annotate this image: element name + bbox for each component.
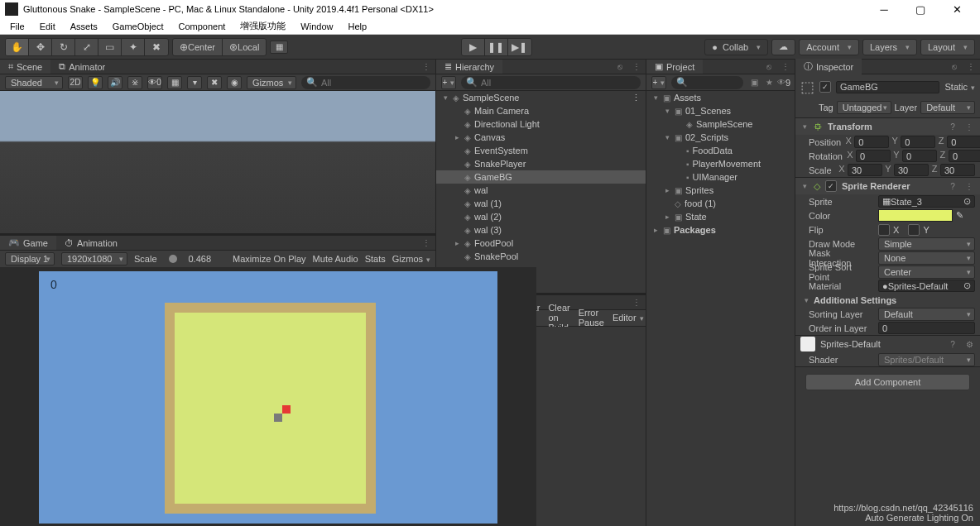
toggle-vis[interactable]: 👁0 <box>147 76 162 89</box>
project-item[interactable]: ▸▣Sprites <box>646 184 795 197</box>
active-checkbox[interactable]: ✓ <box>819 81 831 93</box>
center-toggle[interactable]: ⊕ Center <box>173 39 223 55</box>
tab-project[interactable]: ▣Project <box>646 60 703 74</box>
project-item[interactable]: ▸▣Packages <box>646 223 795 237</box>
favorite-icon[interactable]: ★ <box>763 78 775 87</box>
shader-dropdown[interactable]: Sprites/Default <box>878 353 975 366</box>
rot-z[interactable]: 0 <box>949 150 980 162</box>
stats-toggle[interactable]: Stats <box>365 254 386 264</box>
layers-dropdown[interactable]: Layers <box>862 39 917 55</box>
collab-button[interactable]: ● Collab <box>704 39 768 55</box>
menu-help[interactable]: Help <box>341 20 373 33</box>
object-name-field[interactable]: GameBG <box>836 81 939 93</box>
gear-icon[interactable]: ⚙ <box>963 340 975 349</box>
drawmode-dropdown[interactable]: Simple <box>878 237 975 251</box>
fold-icon[interactable]: ▾ <box>800 122 809 131</box>
toggle-tools[interactable]: ✖ <box>207 76 222 89</box>
mute-audio[interactable]: Mute Audio <box>313 254 358 264</box>
hierarchy-tree[interactable]: ▾◈SampleScene⋮◈Main Camera◈Directional L… <box>436 91 646 293</box>
menu-component[interactable]: Component <box>171 20 232 33</box>
menu-window[interactable]: Window <box>294 20 339 33</box>
account-dropdown[interactable]: Account <box>799 39 859 55</box>
project-item[interactable]: ▪FoodData <box>646 144 795 157</box>
display-dropdown[interactable]: Display 1 <box>5 252 55 265</box>
toggle-gizmo[interactable]: ◉ <box>227 76 242 89</box>
enable-checkbox[interactable]: ✓ <box>825 180 837 192</box>
mask-dropdown[interactable]: None <box>878 251 975 265</box>
toggle-cam[interactable]: ▾ <box>187 76 202 89</box>
menu-icon[interactable]: ⋮ <box>963 122 975 132</box>
rot-y[interactable]: 0 <box>902 150 937 162</box>
hierarchy-item[interactable]: ▸◈Canvas <box>436 131 646 144</box>
play-button[interactable]: ▶ <box>462 39 485 55</box>
tab-inspector[interactable]: ⓘInspector <box>795 59 862 74</box>
project-item[interactable]: ◈SampleScene <box>646 117 795 131</box>
hierarchy-item[interactable]: ▸◈FoodPool <box>436 237 646 250</box>
scl-x[interactable]: 30 <box>848 164 882 176</box>
project-tree[interactable]: ▾▣Assets▾▣01_Scenes◈SampleScene▾▣02_Scri… <box>646 91 795 526</box>
hierarchy-item[interactable]: ◈EventSystem <box>436 144 646 157</box>
help-icon[interactable]: ? <box>947 122 958 132</box>
hierarchy-item[interactable]: ◈SnakePool <box>436 250 646 263</box>
pane-menu-icon[interactable]: ⋮ <box>420 238 432 247</box>
snap-button[interactable]: ▦ <box>270 41 288 54</box>
res-dropdown[interactable]: 1920x1080 <box>61 252 127 265</box>
create-dropdown[interactable]: + <box>651 76 666 89</box>
lock-icon[interactable]: ⎋ <box>763 62 775 71</box>
project-item[interactable]: ▪PlayerMovement <box>646 157 795 170</box>
minimize-button[interactable]: ─ <box>866 0 902 18</box>
tab-animator[interactable]: ⧉Animator <box>50 60 113 74</box>
pane-menu-icon[interactable]: ⋮ <box>965 62 977 71</box>
create-dropdown[interactable]: + <box>441 76 456 89</box>
hierarchy-item[interactable]: ▾◈SampleScene⋮ <box>436 91 646 104</box>
menu-gameobject[interactable]: GameObject <box>106 20 171 33</box>
move-tool[interactable]: ✥ <box>29 39 52 55</box>
scale-tool[interactable]: ⤢ <box>75 39 98 55</box>
hierarchy-item[interactable]: ◈wal (2) <box>436 210 646 223</box>
scene-viewport[interactable] <box>0 91 435 233</box>
maximize-on-play[interactable]: Maximize On Play <box>233 254 306 264</box>
custom-tool[interactable]: ✖ <box>145 39 168 55</box>
menu-assets[interactable]: Assets <box>64 20 104 33</box>
layer-dropdown[interactable]: Default <box>920 101 975 114</box>
toggle-light[interactable]: 💡 <box>88 76 103 89</box>
sortpt-dropdown[interactable]: Center <box>878 265 975 279</box>
object-icon[interactable]: ⬚ <box>800 78 814 96</box>
menu-file[interactable]: File <box>3 20 31 33</box>
project-search[interactable]: 🔍 <box>671 76 743 89</box>
transform-tool[interactable]: ✦ <box>122 39 145 55</box>
gizmos-toggle[interactable]: Gizmos <box>392 254 430 264</box>
project-item[interactable]: ▪UIManager <box>646 170 795 184</box>
console-error-pause[interactable]: Error Pause <box>575 308 608 328</box>
tab-hierarchy[interactable]: ≣Hierarchy <box>436 60 502 74</box>
project-item[interactable]: ▾▣01_Scenes <box>646 104 795 117</box>
project-item[interactable]: ▸▣State <box>646 210 795 223</box>
hidden-icon[interactable]: 👁9 <box>778 78 790 88</box>
project-item[interactable]: ▾▣Assets <box>646 91 795 104</box>
project-item[interactable]: ▾▣02_Scripts <box>646 131 795 144</box>
orderlayer-field[interactable]: 0 <box>878 322 975 334</box>
pos-z[interactable]: 0 <box>947 136 980 148</box>
game-viewport[interactable]: 0 <box>0 267 536 526</box>
layout-dropdown[interactable]: Layout <box>920 39 975 55</box>
menu-icon[interactable]: ⋮ <box>963 182 975 191</box>
pane-menu-icon[interactable]: ⋮ <box>420 62 432 71</box>
tab-animation[interactable]: ⏱Animation <box>56 237 126 250</box>
pane-menu-icon[interactable]: ⋮ <box>631 298 642 307</box>
hierarchy-item[interactable]: ◈wal (3) <box>436 223 646 237</box>
sprite-field[interactable]: ▦ State_3⊙ <box>878 195 975 208</box>
eyedropper-icon[interactable]: ✎ <box>956 210 963 221</box>
scl-y[interactable]: 30 <box>894 164 929 176</box>
maximize-button[interactable]: ▢ <box>902 0 939 18</box>
hierarchy-search[interactable]: 🔍All <box>461 76 641 89</box>
flip-x[interactable] <box>878 224 890 236</box>
color-field[interactable] <box>878 209 953 222</box>
help-icon[interactable]: ? <box>947 340 958 349</box>
step-button[interactable]: ▶❚ <box>508 39 531 55</box>
gizmos-dropdown[interactable]: Gizmos <box>247 76 296 89</box>
tab-game[interactable]: 🎮Game <box>0 236 56 250</box>
hierarchy-item[interactable]: ◈SnakePlayer <box>436 157 646 170</box>
scene-search[interactable]: 🔍All <box>301 76 430 89</box>
sortlayer-dropdown[interactable]: Default <box>878 308 975 321</box>
toggle-audio[interactable]: 🔊 <box>108 76 122 89</box>
